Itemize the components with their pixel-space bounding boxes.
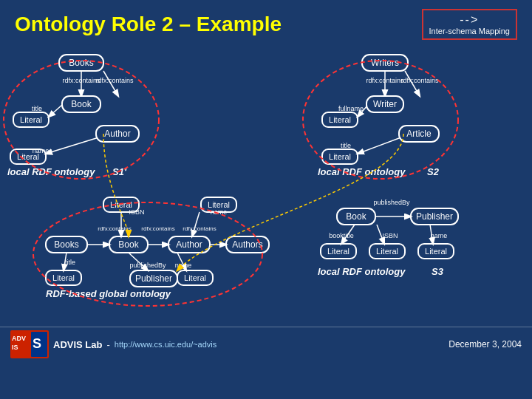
s3-publishedby: publishedBy <box>373 199 410 206</box>
global-author: Author <box>176 239 202 250</box>
s1-author: Author <box>104 129 130 139</box>
global-books: Books <box>54 239 78 250</box>
global-publishedby: publishedBy <box>129 262 166 269</box>
s2-title-label: title <box>341 142 351 149</box>
badge: --> Inter-schema Mapping <box>422 9 517 40</box>
svg-text:IS: IS <box>12 344 18 351</box>
svg-line-28 <box>192 212 200 236</box>
footer-date: December 3, 2004 <box>449 339 522 349</box>
svg-line-7 <box>46 136 103 154</box>
s2-section-s2: S2 <box>427 166 440 177</box>
s3-isbn: ISBN <box>382 232 398 239</box>
badge-label: Inter-schema Mapping <box>429 27 510 35</box>
badge-arrow: --> <box>429 13 510 27</box>
s1-section-label: local RDF ontology <box>7 166 95 177</box>
svg-line-17 <box>358 136 405 154</box>
s1-literal1: Literal <box>20 115 42 124</box>
s2-section-label: local RDF ontology <box>318 166 406 177</box>
lab-text: ADVIS Lab <box>53 339 102 350</box>
s1-book: Book <box>71 99 92 109</box>
svg-line-3 <box>49 105 62 117</box>
lab-url: http://www.cs.uic.edu/~advis <box>115 340 216 349</box>
s2-fullname-label: fullname <box>338 105 364 112</box>
global-literal-title: Literal <box>52 273 75 282</box>
s3-section-label: local RDF ontology <box>318 266 406 277</box>
footer-left: ADV IS S ADVIS Lab - http://www.cs.uic.e… <box>10 330 216 358</box>
s1-books-label: Books <box>69 58 93 68</box>
svg-text:S: S <box>33 336 41 351</box>
main-diagram: Books rdfx:contains Literal title Book r… <box>0 46 532 327</box>
advis-logo: ADV IS S <box>10 330 49 358</box>
s3-literal-booktitle: Literal <box>327 247 349 256</box>
separator: - <box>106 339 109 350</box>
s3-book: Book <box>346 211 366 222</box>
global-title-label: title <box>65 259 75 266</box>
footer: ADV IS S ADVIS Lab - http://www.cs.uic.e… <box>0 327 532 361</box>
s3-name: name <box>431 232 448 239</box>
page-title: Ontology Role 2 – Example <box>15 13 282 36</box>
s2-article: Article <box>406 129 432 139</box>
s3-publisher: Publisher <box>416 211 453 222</box>
global-name: name <box>211 208 228 216</box>
global-literal-pub: Literal <box>184 273 206 282</box>
global-rdfx3: rdfx:contains <box>183 225 216 232</box>
s1-title-label: title <box>32 105 42 112</box>
s3-section-s3: S3 <box>432 266 444 277</box>
global-section-label: RDF-based global ontology <box>46 288 171 299</box>
global-publisher: Publisher <box>135 273 172 284</box>
s2-writer: Writer <box>373 99 397 109</box>
title-bar: Ontology Role 2 – Example --> Inter-sche… <box>0 0 532 46</box>
global-isbn: ISBN <box>129 208 144 216</box>
s2-rdfx2: rdfx:contains <box>400 77 439 84</box>
s2-literal-title: Literal <box>329 152 351 161</box>
global-book: Book <box>118 239 139 250</box>
s2-literal-full: Literal <box>329 115 351 124</box>
s2-writers: Writers <box>371 58 399 68</box>
global-rdfx2: rdfx:contains <box>141 225 174 232</box>
s1-rdfx2-label: rdfx:contains <box>95 77 134 84</box>
svg-text:ADV: ADV <box>12 335 26 342</box>
s3-literal-name: Literal <box>425 247 447 256</box>
s3-booktitle: booktitle <box>329 232 354 239</box>
s3-literal-isbn: Literal <box>376 247 398 256</box>
